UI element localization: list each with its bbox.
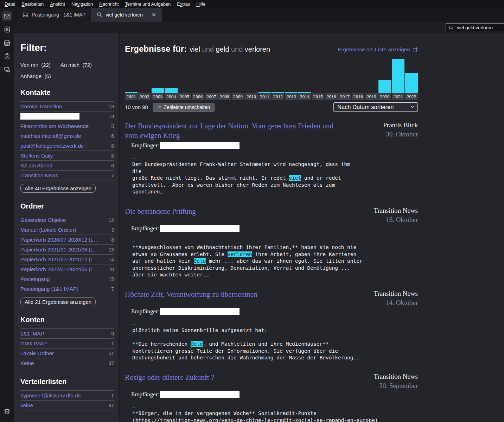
close-icon[interactable]: ✕ — [152, 12, 156, 18]
timeline-year-label[interactable]: 2014 — [298, 93, 311, 100]
timeline-year-label[interactable]: 2008 — [218, 93, 231, 100]
timeline-year-label[interactable]: 2021 — [392, 93, 404, 100]
timeline-year-column: 2005 — [178, 58, 191, 100]
facet-item[interactable]: post@kollegennetzwerk.de8 — [20, 141, 114, 151]
result-sender: Transition News — [356, 373, 418, 381]
menu-item-nachricht[interactable]: Nachricht — [96, 1, 122, 7]
result-snippet: … Dem Bundespräsidenten Frank-Walter Ste… — [132, 154, 418, 196]
timeline-year-label[interactable]: 2006 — [192, 93, 204, 100]
address-book-icon — [4, 26, 11, 33]
facet-list: Gesendete Objekte12Manuel (Lokale Ordner… — [20, 215, 114, 294]
timeline-year-label[interactable]: 2004 — [165, 93, 178, 100]
sort-select[interactable]: Nach Datum sortieren — [333, 102, 418, 112]
result-title[interactable]: Die bestandene Prüfung — [125, 207, 196, 224]
timeline-year-label[interactable]: 2007 — [205, 93, 218, 100]
timeline-year-label[interactable]: 2016 — [325, 93, 338, 100]
filter-an-mich[interactable]: An mich (72) — [60, 62, 92, 68]
facet-count: 12 — [108, 217, 114, 223]
facet-item[interactable]: matthias.mitzlaff@gmx.de6 — [20, 131, 114, 141]
facet-item[interactable]: 1&1 IMAP9 — [20, 329, 114, 339]
timeline-year-label[interactable]: 2013 — [285, 93, 298, 100]
facet-count: 7 — [111, 286, 114, 292]
timeline-year-label[interactable]: 2019 — [365, 93, 378, 100]
facet-item[interactable]: Keine37 — [20, 358, 114, 368]
facet-item[interactable]: GMX IMAP1 — [20, 339, 114, 349]
results-for-label: Ergebnisse für: — [125, 44, 187, 53]
menu-item-hilfe[interactable]: Hilfe — [193, 1, 209, 7]
timeline-year-label[interactable]: 2011 — [259, 93, 271, 100]
timeline-year-label[interactable]: 2009 — [232, 93, 244, 100]
facet-item[interactable]: Posteingang (1&1 IMAP)7 — [20, 284, 114, 294]
menu-item-datei[interactable]: Datei — [1, 1, 18, 7]
space-chat-button[interactable] — [2, 65, 12, 75]
redacted-recipient — [160, 391, 240, 398]
toggle-timeline-button[interactable]: ↗ Zeitleiste umschalten — [153, 103, 215, 112]
filter-von-mir[interactable]: Von mir (22) — [20, 62, 51, 68]
result-meta: Prantls Blick30. Oktober — [356, 121, 418, 141]
menu-item-termine-und-aufgaben[interactable]: Termine und Aufgaben — [122, 1, 174, 7]
result-date: 14. Oktober — [356, 299, 418, 307]
facet-item[interactable]: Lokale Ordner51 — [20, 349, 114, 358]
show-as-list-link[interactable]: Ergebnisse als Liste anzeigen — [338, 46, 418, 53]
menu-item-navigation[interactable]: Navigation — [68, 1, 96, 7]
timeline-year-label[interactable]: 2018 — [352, 93, 364, 100]
facet-item[interactable]: Papierkorb 2022/01-2022/06 (Lo...10 — [20, 264, 114, 274]
result-date: 30. September — [356, 382, 418, 390]
facet-item[interactable]: Papierkorb 2021/07-2021/12 (Lo...14 — [20, 255, 114, 264]
facet-count: 14 — [108, 257, 114, 262]
menu-item-ansicht[interactable]: Ansicht — [47, 1, 68, 7]
facet-sections: KontakteCorona Transition1313Finanzinfos… — [20, 89, 114, 410]
space-calendar-button[interactable] — [2, 38, 12, 48]
facet-count: 8 — [111, 153, 114, 159]
menu-item-bearbeiten[interactable]: Bearbeiten — [18, 1, 47, 7]
global-search-field[interactable] — [446, 23, 504, 32]
result-title[interactable]: Rosige oder düstere Zukunft ? — [125, 373, 214, 390]
show-all-button[interactable]: Alle 21 Ergebnisse anzeigen — [20, 298, 96, 306]
timeline-year-label[interactable]: 2003 — [152, 93, 164, 100]
space-mail-button[interactable] — [2, 11, 12, 21]
facet-item[interactable]: Corona Transition13 — [20, 102, 114, 111]
tab-search[interactable]: viel geld verloren ✕ — [91, 8, 161, 22]
facet-count: 97 — [108, 403, 114, 408]
timeline-year-label[interactable]: 2017 — [338, 93, 351, 100]
facet-item[interactable]: 13 — [20, 111, 114, 121]
facet-item[interactable]: Finanzinfos am Wochenende5 — [20, 121, 114, 131]
mail-icon — [4, 13, 11, 20]
tab-inbox[interactable]: Posteingang - 1&1 IMAP — [17, 8, 91, 22]
timeline-year-label[interactable]: 2012 — [272, 93, 284, 100]
result-date: 30. Oktober — [356, 130, 418, 138]
timeline-year-label[interactable]: 2005 — [178, 93, 191, 100]
recipient-label: Empfänger: — [131, 308, 159, 315]
facet-item[interactable]: Papierkorb 2020/07-2020/12 (Lo...8 — [20, 235, 114, 245]
timeline-year-label[interactable]: 2022 — [405, 93, 418, 100]
facet-item[interactable]: SZ am Abend6 — [20, 161, 114, 171]
timeline-year-label[interactable]: 2020 — [378, 93, 391, 100]
facet-item[interactable]: Posteingang15 — [20, 274, 114, 284]
facet-label: SZ am Abend — [20, 162, 52, 168]
facet-list: 1&1 IMAP9GMX IMAP1Lokale Ordner51Keine37 — [20, 328, 114, 368]
show-all-button[interactable]: Alle 40 Ergebnisse anzeigen — [20, 184, 96, 193]
result-title[interactable]: Der Bundespräsident zur Lage der Nation.… — [125, 121, 348, 141]
space-address-book-button[interactable] — [2, 25, 12, 34]
timeline-year-label[interactable]: 2002 — [138, 93, 151, 100]
facet-label: matthias.mitzlaff@gmx.de — [20, 133, 81, 139]
result-title[interactable]: Höchste Zeit, Verantwortung zu übernehme… — [125, 290, 257, 307]
timeline-year-label[interactable]: 2015 — [312, 93, 324, 100]
search-input[interactable] — [456, 25, 504, 31]
facet-item[interactable]: Steffens Daily8 — [20, 151, 114, 161]
facet-item[interactable]: Gesendete Objekte12 — [20, 215, 114, 225]
menu-item-extras[interactable]: Extras — [174, 1, 193, 7]
facet-item[interactable]: Transition News7 — [20, 171, 114, 180]
filter-anhänge[interactable]: Anhänge (6) — [20, 73, 51, 79]
facet-item[interactable]: Papierkorb 2021/01-2021/06 (Lo...13 — [20, 245, 114, 255]
timeline-year-label[interactable]: 2001 — [125, 93, 138, 100]
facet-count: 51 — [108, 351, 114, 356]
facet-item[interactable]: keine97 — [20, 401, 114, 410]
space-tasks-button[interactable] — [2, 51, 12, 61]
facet-item[interactable]: hypnose-l@listserv.dfn.de1 — [20, 391, 114, 401]
settings-button[interactable]: ⚙ — [0, 407, 14, 416]
timeline-bar — [125, 92, 138, 93]
timeline-year-label[interactable]: 2010 — [245, 93, 258, 100]
facet-item[interactable]: Manuel (Lokale Ordner)3 — [20, 225, 114, 235]
timeline-year-column: 2011 — [259, 58, 271, 100]
